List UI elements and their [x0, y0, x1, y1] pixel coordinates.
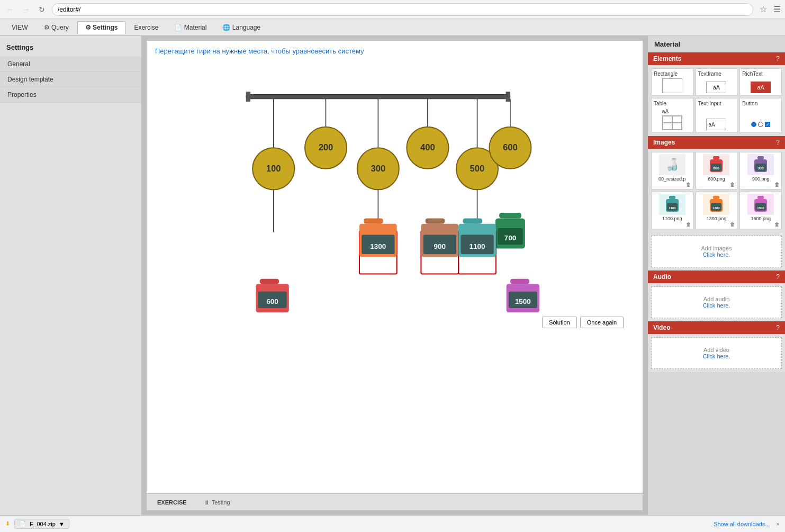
video-label: Video	[653, 324, 670, 331]
tab-view[interactable]: VIEW	[4, 22, 35, 33]
textframe-label: Textframe	[698, 71, 721, 77]
svg-text:1100: 1100	[469, 242, 485, 250]
richtext-preview: aA	[751, 82, 771, 93]
tab-exercise[interactable]: Exercise	[127, 22, 166, 33]
svg-text:500: 500	[470, 164, 485, 174]
exercise-content: Перетащите гири на нужные места, чтобы у…	[147, 41, 643, 493]
image-1100[interactable]: 1100 1100.png 🗑	[651, 192, 693, 229]
add-audio-click-label[interactable]: Click here.	[703, 302, 730, 309]
forward-button[interactable]: →	[20, 4, 32, 15]
download-icon: ⬇	[5, 520, 10, 527]
svg-text:600: 600	[714, 166, 720, 170]
right-panel-title: Material	[648, 36, 785, 52]
audio-section: Add audio Click here.	[648, 283, 785, 321]
svg-rect-67	[757, 196, 764, 199]
image-name-1100: 1100.png	[662, 216, 682, 221]
url-bar[interactable]	[52, 3, 753, 16]
delete-00-resized[interactable]: 🗑	[686, 182, 691, 187]
reload-button[interactable]: ↻	[36, 4, 48, 15]
delete-1100[interactable]: 🗑	[686, 221, 691, 227]
download-bar: ⬇ 📄 E_004.zip ▼ Show all downloads... ×	[0, 515, 785, 532]
show-all-downloads[interactable]: Show all downloads...	[714, 521, 770, 527]
add-images-click-label[interactable]: Click here.	[703, 251, 730, 258]
right-panel: Material Elements ? Rectangle Textframe …	[647, 36, 785, 515]
element-richtext[interactable]: RichText aA	[739, 68, 782, 96]
image-thumb-900: 900	[747, 154, 774, 175]
element-button[interactable]: Button ✓	[739, 98, 782, 133]
tab-settings[interactable]: ⚙ Settings	[77, 21, 126, 34]
images-grid: 🍶 00_resized.p 🗑 600 600.png 🗑	[648, 149, 785, 232]
bookmark-icon[interactable]: ☆	[760, 4, 767, 14]
tab-query[interactable]: ⚙ Query	[37, 22, 76, 33]
svg-text:100: 100	[266, 164, 281, 174]
scale-area: 100 200 300 400 500	[155, 61, 634, 337]
delete-1300[interactable]: 🗑	[730, 221, 735, 227]
delete-600[interactable]: 🗑	[730, 182, 735, 187]
exercise-tab[interactable]: EXERCISE	[153, 498, 191, 507]
sidebar-item-general[interactable]: General	[0, 57, 141, 72]
images-help-icon[interactable]: ?	[776, 139, 780, 146]
file-icon: 📄	[19, 520, 26, 527]
images-section-header[interactable]: Images ?	[648, 136, 785, 149]
text-input-label: Text-Input	[698, 101, 721, 106]
element-text-input[interactable]: Text-Input aA	[696, 98, 738, 133]
svg-text:300: 300	[371, 164, 385, 174]
add-images-area: Add images Click here.	[648, 232, 785, 270]
exercise-bottom-bar: EXERCISE ⏸ Testing	[147, 493, 643, 510]
dropdown-icon[interactable]: ▼	[59, 521, 65, 527]
svg-rect-24	[499, 213, 521, 218]
add-audio-label: Add audio	[703, 296, 730, 302]
element-textframe[interactable]: Textframe aA	[696, 68, 738, 96]
video-section-header[interactable]: Video ?	[648, 321, 785, 334]
svg-rect-1	[246, 92, 250, 102]
svg-text:200: 200	[319, 142, 333, 152]
image-thumb-1500: 1500	[747, 194, 774, 215]
add-video-label: Add video	[703, 347, 729, 353]
once-again-button[interactable]: Once again	[580, 317, 624, 328]
textframe-preview: aA	[706, 82, 726, 93]
image-900[interactable]: 900 900.png 🗑	[739, 152, 782, 190]
rectangle-label: Rectangle	[654, 71, 678, 77]
testing-tab[interactable]: ⏸ Testing	[200, 498, 234, 507]
svg-rect-29	[426, 218, 445, 223]
sidebar-item-design-template[interactable]: Design template	[0, 72, 141, 87]
image-thumb-600: 600	[703, 154, 729, 175]
image-name-00-resized: 00_resized.p	[658, 176, 686, 182]
scale-svg: 100 200 300 400 500	[155, 61, 634, 337]
add-video-click-label[interactable]: Click here.	[703, 353, 730, 359]
radio-unselected-icon	[758, 122, 763, 127]
svg-rect-43	[260, 279, 279, 284]
image-1300[interactable]: 1300 1300.png 🗑	[696, 192, 738, 229]
back-button[interactable]: ←	[4, 4, 16, 15]
solution-button[interactable]: Solution	[542, 317, 577, 328]
elements-section-header[interactable]: Elements ?	[648, 52, 785, 65]
image-600[interactable]: 600 600.png 🗑	[696, 152, 738, 190]
audio-help-icon[interactable]: ?	[776, 273, 780, 281]
tab-language[interactable]: 🌐 Language	[215, 22, 268, 33]
image-1500[interactable]: 1500 1500.png 🗑	[739, 192, 782, 229]
delete-900[interactable]: 🗑	[774, 182, 780, 187]
element-table[interactable]: Table aA	[651, 98, 693, 133]
video-help-icon[interactable]: ?	[776, 324, 780, 331]
checkbox-icon: ✓	[765, 122, 770, 127]
image-00-resized[interactable]: 🍶 00_resized.p 🗑	[651, 152, 693, 190]
image-thumb-00-resized: 🍶	[659, 154, 685, 175]
add-images-placeholder[interactable]: Add images Click here.	[651, 236, 782, 267]
close-download-bar[interactable]: ×	[777, 521, 780, 527]
radio-selected-icon	[751, 122, 756, 127]
add-video-placeholder[interactable]: Add video Click here.	[651, 337, 782, 369]
sidebar-item-properties[interactable]: Properties	[0, 87, 141, 103]
delete-1500[interactable]: 🗑	[774, 221, 780, 227]
audio-section-header[interactable]: Audio ?	[648, 270, 785, 283]
download-item[interactable]: 📄 E_004.zip ▼	[14, 519, 69, 529]
pause-icon: ⏸	[204, 499, 210, 506]
audio-label: Audio	[653, 273, 671, 281]
svg-rect-2	[506, 92, 510, 102]
element-rectangle[interactable]: Rectangle	[651, 68, 693, 96]
svg-text:900: 900	[757, 166, 764, 170]
browser-menu-icon[interactable]: ☰	[773, 4, 781, 14]
tab-material[interactable]: 📄 Material	[167, 22, 214, 33]
elements-help-icon[interactable]: ?	[776, 55, 780, 62]
add-audio-placeholder[interactable]: Add audio Click here.	[651, 286, 782, 318]
button-label: Button	[742, 101, 757, 106]
